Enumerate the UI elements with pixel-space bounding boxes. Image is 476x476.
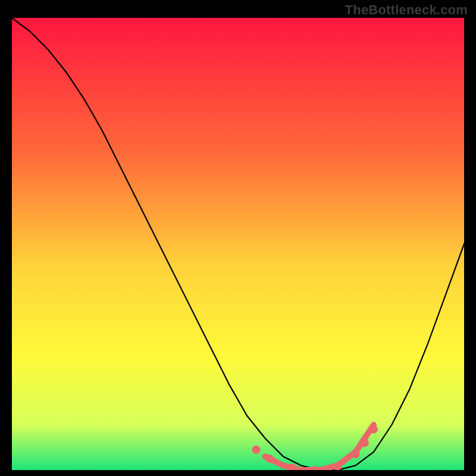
highlight-dot	[265, 455, 274, 463]
gradient-background	[12, 18, 464, 470]
bottleneck-plot	[12, 18, 464, 470]
watermark-text: TheBottleneck.com	[345, 2, 468, 18]
highlight-dot	[352, 450, 360, 458]
plot-svg	[12, 18, 464, 470]
highlight-dot	[369, 425, 378, 434]
highlight-dot	[252, 446, 260, 454]
highlight-dot	[361, 439, 369, 447]
chart-stage: TheBottleneck.com	[0, 0, 476, 476]
